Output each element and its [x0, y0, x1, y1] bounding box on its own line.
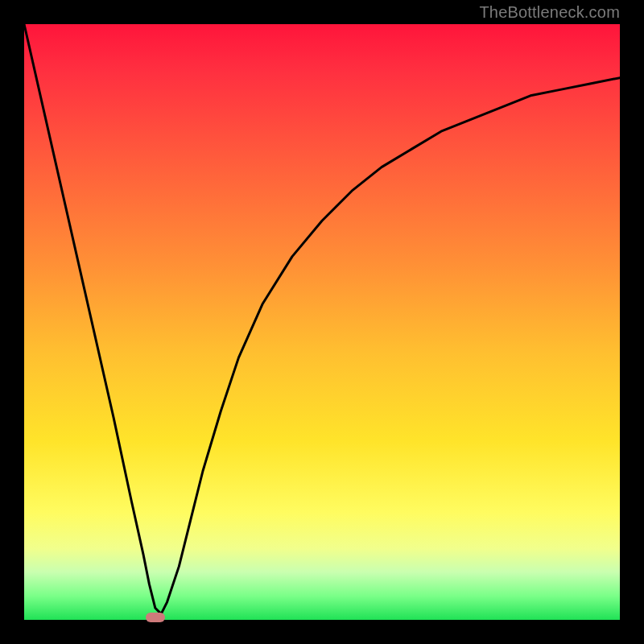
optimum-marker: [146, 613, 165, 622]
curve-svg: [24, 24, 620, 620]
bottleneck-curve: [24, 24, 620, 614]
chart-frame: TheBottleneck.com: [0, 0, 644, 644]
watermark-text: TheBottleneck.com: [479, 3, 620, 22]
plot-area: [24, 24, 620, 620]
